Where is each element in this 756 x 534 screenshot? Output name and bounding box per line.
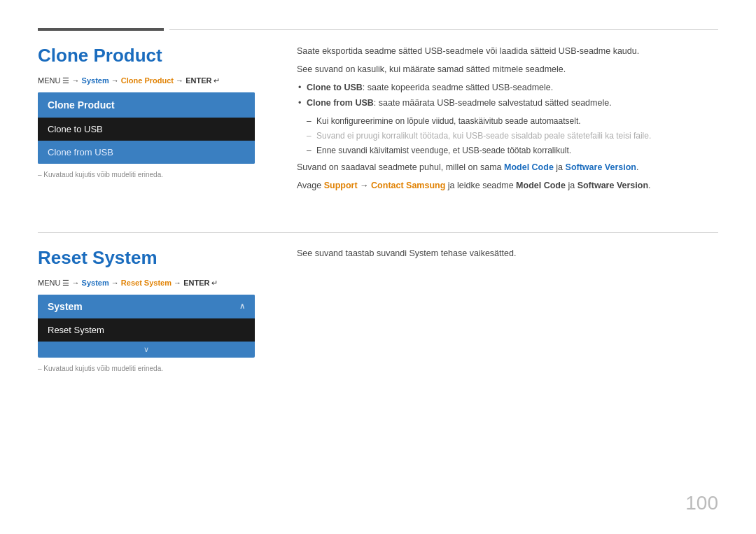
fn1-suffix: . — [636, 162, 638, 172]
rs-bc-enter: ENTER — [183, 279, 209, 287]
rs-bc-arrow1: → — [72, 279, 80, 287]
reset-system-title: Reset System — [38, 247, 255, 269]
clone-product-section: Clone Product MENU ☰ → System → Clone Pr… — [38, 45, 718, 197]
clone-bullet-2: Clone from USB: saate määrata USB-seadme… — [297, 97, 718, 110]
rs-bc-enter-icon: ↵ — [211, 279, 218, 287]
clone-final-note1: Suvand on saadaval seadmete puhul, mille… — [297, 161, 718, 174]
bc-enter: ENTER — [186, 76, 211, 85]
clone-bullet-2-label: Clone from USB — [307, 98, 374, 108]
clone-bullet-1-label: Clone to USB — [307, 83, 363, 92]
fn1-ja: ja — [554, 162, 566, 172]
reset-system-left: Reset System MENU ☰ → System → Reset Sys… — [38, 247, 255, 372]
rs-bc-menu-label: MENU — [38, 279, 60, 287]
clone-to-usb-item[interactable]: Clone to USB — [38, 118, 255, 141]
clone-product-right: Saate eksportida seadme sätted USB-seadm… — [297, 45, 718, 197]
reset-system-item[interactable]: Reset System — [38, 318, 255, 342]
clone-menu-header: Clone Product — [38, 92, 255, 118]
reset-system-two-col: Reset System MENU ☰ → System → Reset Sys… — [38, 247, 718, 372]
page-container: Clone Product MENU ☰ → System → Clone Pr… — [0, 0, 756, 534]
clone-final-note2: Avage Support → Contact Samsung ja leidk… — [297, 179, 718, 192]
fn2-prefix: Avage — [297, 181, 324, 190]
fn2-suffix: . — [648, 181, 650, 190]
reset-system-menu: System ∧ Reset System ∨ — [38, 295, 255, 358]
bc-arrow1: → — [72, 76, 80, 85]
fn2-contact: Contact Samsung — [371, 181, 445, 190]
clone-sub-note-3-text: Enne suvandi käivitamist veenduge, et US… — [316, 146, 571, 155]
clone-product-left: Clone Product MENU ☰ → System → Clone Pr… — [38, 45, 255, 197]
bc-menu-label: MENU — [38, 76, 60, 85]
bc-enter-icon: ↵ — [214, 76, 220, 85]
bc-product: Clone Product — [121, 76, 174, 85]
rs-bc-arrow3: → — [174, 279, 181, 287]
fn2-software: Software Version — [578, 181, 648, 190]
clone-product-breadcrumb: MENU ☰ → System → Clone Product → ENTER … — [38, 76, 255, 85]
divider-line — [169, 29, 718, 30]
bc-system: System — [82, 76, 109, 85]
clone-bullet-1: Clone to USB: saate kopeerida seadme sät… — [297, 81, 718, 94]
bc-arrow3: → — [176, 76, 183, 85]
rs-bc-system: System — [82, 279, 109, 287]
fn1-software: Software Version — [566, 162, 636, 172]
fn1-prefix: Suvand on saadaval seadmete puhul, mille… — [297, 162, 504, 172]
clone-product-menu: Clone Product Clone to USB Clone from US… — [38, 92, 255, 164]
fn2-model: Model Code — [516, 181, 566, 190]
reset-para1: See suvand taastab suvandi System tehase… — [297, 247, 718, 260]
rs-bc-reset: Reset System — [121, 279, 172, 287]
clone-sub-note-3: Enne suvandi käivitamist veenduge, et US… — [297, 144, 718, 157]
fn2-arrow: → — [358, 181, 371, 190]
reset-system-right: See suvand taastab suvandi System tehase… — [297, 247, 718, 372]
clone-sub-note-1-text: Kui konfigureerimine on lõpule viidud, t… — [316, 116, 581, 126]
down-arrow-icon: ∨ — [144, 345, 149, 354]
system-menu-header-label: System — [48, 301, 83, 312]
clone-bullet-1-text: : saate kopeerida seadme sätted USB-sead… — [363, 83, 553, 92]
divider-accent — [38, 28, 164, 31]
clone-bullet-2-text: : saate määrata USB-seadmele salvestatud… — [374, 98, 612, 108]
clone-bullets: Clone to USB: saate kopeerida seadme sät… — [297, 81, 718, 111]
clone-note: – Kuvataud kujutis võib mudeliti erineda… — [38, 171, 255, 178]
page-number: 100 — [685, 492, 718, 514]
rs-bc-menu-icon: ☰ — [62, 279, 71, 287]
clone-product-title: Clone Product — [38, 45, 255, 66]
fn2-support: Support — [324, 181, 358, 190]
bc-arrow2: → — [111, 76, 119, 85]
reset-note: – Kuvataud kujutis võib mudeliti erineda… — [38, 365, 255, 372]
clone-sub-note-1: Kui konfigureerimine on lõpule viidud, t… — [297, 115, 718, 127]
down-arrow-row: ∨ — [38, 342, 255, 358]
fn1-model: Model Code — [504, 162, 554, 172]
up-arrow-icon: ∧ — [239, 302, 245, 311]
top-dividers — [38, 28, 718, 31]
clone-para2: See suvand on kasulik, kui määrate samad… — [297, 63, 718, 76]
clone-para1: Saate eksportida seadme sätted USB-seadm… — [297, 45, 718, 58]
clone-sub-note-2-text: Suvand ei pruugi korralikult töötada, ku… — [316, 131, 651, 141]
clone-product-two-col: Clone Product MENU ☰ → System → Clone Pr… — [38, 45, 718, 197]
rs-bc-arrow2: → — [111, 279, 119, 287]
fn2-mid: ja leidke seadme — [445, 181, 516, 190]
clone-sub-note-2: Suvand ei pruugi korralikult töötada, ku… — [297, 129, 718, 142]
system-menu-header: System ∧ — [38, 295, 255, 318]
reset-system-section: Reset System MENU ☰ → System → Reset Sys… — [38, 247, 718, 372]
bc-menu-icon: ☰ — [62, 76, 71, 85]
reset-system-breadcrumb: MENU ☰ → System → Reset System → ENTER ↵ — [38, 279, 255, 288]
fn2-ja: ja — [566, 181, 578, 190]
clone-from-usb-item[interactable]: Clone from USB — [38, 141, 255, 164]
section-divider — [38, 232, 718, 233]
